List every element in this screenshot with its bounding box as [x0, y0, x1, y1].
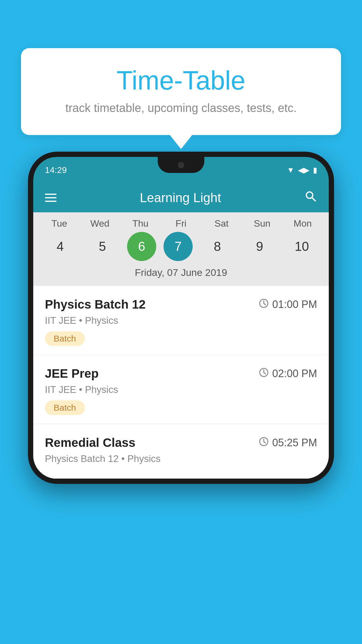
intro-card: Time-Table track timetable, upcoming cla…	[21, 48, 341, 135]
selected-date: Friday, 07 June 2019	[33, 264, 329, 283]
wifi-icon: ▼	[287, 166, 294, 175]
day-label-sun: Sun	[245, 218, 280, 229]
search-button[interactable]	[304, 190, 317, 206]
item-2-time: 02:00 PM	[259, 368, 317, 380]
card-title: Time-Table	[44, 66, 318, 96]
item-1-subtitle: IIT JEE • Physics	[45, 315, 317, 326]
app-title: Learning Light	[140, 190, 221, 205]
svg-line-10	[264, 442, 266, 443]
item-2-subtitle: IIT JEE • Physics	[45, 384, 317, 395]
app-bar: Learning Light	[33, 183, 329, 212]
schedule-list: Physics Batch 12 01:00 PM IIT JEE • Phys…	[33, 286, 329, 479]
notch	[158, 157, 204, 173]
item-3-title: Remedial Class	[45, 436, 136, 450]
day-label-wed: Wed	[82, 218, 117, 229]
item-1-time: 01:00 PM	[259, 298, 317, 311]
menu-button[interactable]	[45, 194, 57, 202]
item-1-header: Physics Batch 12 01:00 PM	[45, 298, 317, 312]
item-3-time-text: 05:25 PM	[272, 437, 317, 449]
item-3-time: 05:25 PM	[259, 437, 317, 449]
status-bar: 14:29 ▼ ◀▶ ▮	[33, 157, 329, 183]
phone-mockup: 14:29 ▼ ◀▶ ▮ Learning Light	[28, 152, 334, 484]
item-3-header: Remedial Class 05:25 PM	[45, 436, 317, 450]
day-6-today[interactable]: 6	[127, 232, 156, 261]
bubble-tail	[169, 134, 193, 149]
day-8[interactable]: 8	[200, 232, 235, 261]
day-9[interactable]: 9	[242, 232, 277, 261]
day-4[interactable]: 4	[43, 232, 78, 261]
day-10[interactable]: 10	[284, 232, 319, 261]
status-time: 14:29	[45, 165, 67, 175]
schedule-item-2[interactable]: JEE Prep 02:00 PM IIT JEE • Physics	[33, 355, 329, 424]
day-numbers: 4 5 6 7 8 9 10	[33, 232, 329, 261]
day-7-selected[interactable]: 7	[164, 232, 193, 261]
item-3-subtitle: Physics Batch 12 • Physics	[45, 453, 317, 464]
item-2-header: JEE Prep 02:00 PM	[45, 367, 317, 381]
item-2-title: JEE Prep	[45, 367, 99, 381]
item-1-time-text: 01:00 PM	[272, 298, 317, 311]
clock-icon-3	[259, 437, 269, 449]
day-labels: Tue Wed Thu Fri Sat Sun Mon	[33, 218, 329, 229]
status-icons: ▼ ◀▶ ▮	[287, 166, 317, 175]
day-label-tue: Tue	[42, 218, 77, 229]
clock-icon-2	[259, 368, 269, 380]
signal-icon: ◀▶	[298, 166, 310, 175]
item-1-title: Physics Batch 12	[45, 298, 146, 312]
svg-line-1	[312, 197, 315, 201]
phone-inner: 14:29 ▼ ◀▶ ▮ Learning Light	[33, 157, 329, 479]
day-label-fri: Fri	[164, 218, 198, 229]
clock-icon-1	[259, 298, 269, 311]
day-label-sat: Sat	[204, 218, 239, 229]
schedule-item-3[interactable]: Remedial Class 05:25 PM Physics Batch 12…	[33, 424, 329, 479]
day-label-mon: Mon	[285, 218, 320, 229]
day-5[interactable]: 5	[85, 232, 120, 261]
card-subtitle: track timetable, upcoming classes, tests…	[44, 102, 318, 115]
svg-line-4	[264, 303, 266, 305]
schedule-item-1[interactable]: Physics Batch 12 01:00 PM IIT JEE • Phys…	[33, 286, 329, 355]
day-label-thu: Thu	[123, 218, 158, 229]
item-1-badge: Batch	[45, 331, 85, 346]
camera	[178, 162, 184, 168]
svg-line-7	[264, 372, 266, 374]
item-2-badge: Batch	[45, 400, 85, 415]
battery-icon: ▮	[313, 166, 317, 175]
calendar-strip: Tue Wed Thu Fri Sat Sun Mon 4 5 6 7 8 9 …	[33, 212, 329, 286]
item-2-time-text: 02:00 PM	[272, 368, 317, 380]
